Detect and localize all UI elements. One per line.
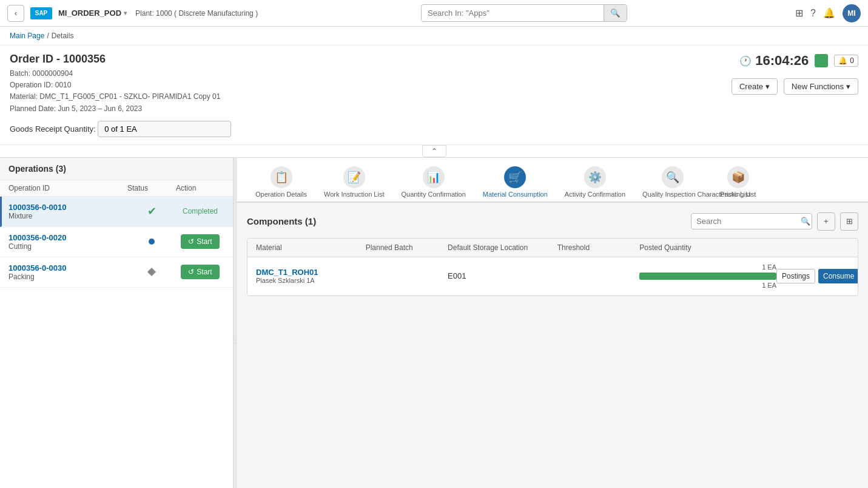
op-sub: Mixture (8, 212, 127, 220)
tab-operation-details[interactable]: 📋 Operation Details (247, 163, 315, 203)
tab-activity-confirmation[interactable]: ⚙️ Activity Confirmation (556, 163, 634, 203)
col-operation-id: Operation ID (8, 184, 127, 192)
progress-label-bottom: 1 EA (639, 282, 776, 289)
goods-receipt-input[interactable] (98, 121, 231, 137)
material-name: DMC_T1_ROH01 (256, 268, 366, 277)
tab-label-quantity: Quantity Confirmation (401, 191, 465, 198)
col-threshold: Threshold (557, 243, 639, 252)
op-id: 1000356-0-0020 (8, 233, 127, 242)
breadcrumb-separator: / (47, 32, 49, 40)
green-indicator (815, 54, 828, 67)
add-component-button[interactable]: + (817, 212, 835, 231)
postings-button[interactable]: Postings (776, 269, 815, 283)
avatar[interactable]: MI (843, 4, 861, 22)
notif-icon: 🔔 (838, 56, 847, 65)
start-button-0030[interactable]: ↺ Start (181, 265, 219, 279)
search-icon-button[interactable]: 🔍 (604, 5, 627, 21)
app-title[interactable]: MI_ORDER_POD ▾ (58, 8, 127, 18)
start-label: Start (197, 268, 212, 276)
notification-icon-button[interactable]: 🔔 (823, 7, 835, 19)
consume-button[interactable]: Consume (818, 269, 858, 283)
header-actions: Create ▾ New Functions ▾ (732, 78, 858, 95)
components-title: Components (1) (247, 216, 316, 226)
col-action: Action (176, 184, 224, 192)
help-icon-button[interactable]: ? (810, 8, 816, 19)
start-label: Start (197, 237, 212, 246)
operation-id-info: Operation ID: 0010 (10, 80, 231, 91)
table-row: DMC_T1_ROH01 Piasek Szklarski 1A E001 1 … (247, 257, 858, 296)
progress-bar-fill (639, 273, 776, 280)
nav-search: 🔍 (421, 4, 627, 22)
operation-row[interactable]: 1000356-0-0020 Cutting ↺ Start (0, 227, 233, 257)
start-icon: ↺ (188, 268, 194, 276)
create-button[interactable]: Create ▾ (732, 78, 778, 95)
status-completed-icon: ✔ (147, 205, 156, 218)
header-right: 🕐 16:04:26 🔔 0 Create ▾ New Functions ▾ (732, 53, 858, 95)
material-cell: DMC_T1_ROH01 Piasek Szklarski 1A (256, 268, 366, 284)
grid-icon-button[interactable]: ⊞ (795, 7, 803, 19)
start-button-0020[interactable]: ↺ Start (181, 234, 219, 249)
tab-label-work-instruction: Work Instruction List (324, 191, 384, 198)
op-info: 1000356-0-0010 Mixture (8, 203, 127, 220)
header-meta: Batch: 0000000904 Operation ID: 0010 Mat… (10, 68, 231, 115)
goods-receipt-section: Goods Receipt Quantity: (10, 121, 231, 137)
notif-count: 0 (850, 56, 854, 65)
components-search-wrapper: 🔍 (691, 213, 812, 229)
breadcrumb: Main Page / Details (0, 27, 868, 46)
sap-logo: SAP (30, 7, 52, 19)
operation-row[interactable]: 1000356-0-0030 Packing ↺ Start (0, 257, 233, 288)
batch-info: Batch: 0000000904 (10, 68, 231, 80)
tab-packing-list[interactable]: 📦 Packing List (712, 163, 764, 203)
progress-label-top: 1 EA (639, 263, 776, 271)
tab-icon-quality: 🔍 (662, 166, 684, 188)
search-input[interactable] (422, 5, 604, 21)
main-content: 📋 Operation Details 📝 Work Instruction L… (237, 158, 868, 488)
app-title-text: MI_ORDER_POD (58, 8, 121, 18)
op-id: 1000356-0-0010 (8, 203, 127, 212)
top-nav: ‹ SAP MI_ORDER_POD ▾ Plant: 1000 ( Discr… (0, 0, 868, 27)
clock-icon: 🕐 (739, 55, 752, 67)
collapse-toggle[interactable]: ⌃ (422, 145, 446, 157)
back-button[interactable]: ‹ (7, 5, 24, 22)
operation-row[interactable]: 1000356-0-0010 Mixture ✔ Completed (0, 197, 233, 227)
planned-date-info: Planned Date: Jun 5, 2023 – Jun 6, 2023 (10, 103, 231, 115)
goods-receipt-label: Goods Receipt Quantity: (10, 124, 96, 134)
op-info: 1000356-0-0020 Cutting (8, 233, 127, 251)
tab-label-material: Material Consumption (483, 191, 548, 198)
op-info: 1000356-0-0030 Packing (8, 263, 127, 281)
notification-badge[interactable]: 🔔 0 (834, 55, 858, 67)
create-label: Create (739, 82, 763, 91)
action-completed-label: Completed (183, 207, 218, 215)
tab-icon-activity: ⚙️ (584, 166, 606, 188)
operations-list: 1000356-0-0010 Mixture ✔ Completed 10003… (0, 197, 233, 488)
clock-area: 🕐 16:04:26 (739, 53, 809, 69)
components-area: Components (1) 🔍 + ⊞ Material Planned Ba… (237, 203, 868, 488)
plant-info: Plant: 1000 ( Discrete Manufacturing ) (135, 9, 258, 18)
tab-icon-material: 🛒 (504, 166, 526, 188)
table-header: Material Planned Batch Default Storage L… (247, 239, 858, 257)
search-icon: 🔍 (801, 217, 810, 226)
posted-quantity-cell: 1 EA 1 EA (639, 263, 776, 289)
tab-quantity-confirmation[interactable]: 📊 Quantity Confirmation (392, 163, 474, 203)
tab-label-operation-details: Operation Details (255, 191, 307, 198)
tab-icon-operation-details: 📋 (271, 166, 292, 188)
sidebar-table-header: Operation ID Status Action (0, 180, 233, 197)
order-id-title: Order ID - 1000356 (10, 53, 231, 66)
progress-bar (639, 273, 776, 280)
tab-material-consumption[interactable]: 🛒 Material Consumption (474, 163, 556, 203)
app-title-chevron: ▾ (124, 10, 127, 16)
tab-icon-work-instruction: 📝 (343, 166, 365, 188)
tab-quality-inspection[interactable]: 🔍 Quality Inspection Characteristic List (634, 163, 712, 203)
tab-work-instruction-list[interactable]: 📝 Work Instruction List (315, 163, 392, 203)
main-layout: Operations (3) Operation ID Status Actio… (0, 158, 868, 488)
breadcrumb-main[interactable]: Main Page (10, 32, 44, 40)
components-search-input[interactable] (696, 217, 798, 226)
row-actions: Postings Consume Weigh (776, 269, 849, 283)
col-posted-quantity: Posted Quantity (639, 243, 776, 252)
header-left: Order ID - 1000356 Batch: 0000000904 Ope… (10, 53, 231, 137)
new-functions-button[interactable]: New Functions ▾ (784, 78, 858, 95)
new-functions-chevron: ▾ (846, 82, 850, 91)
col-actions (776, 243, 849, 252)
tab-label-packing: Packing List (720, 191, 756, 198)
settings-button[interactable]: ⊞ (840, 212, 858, 231)
